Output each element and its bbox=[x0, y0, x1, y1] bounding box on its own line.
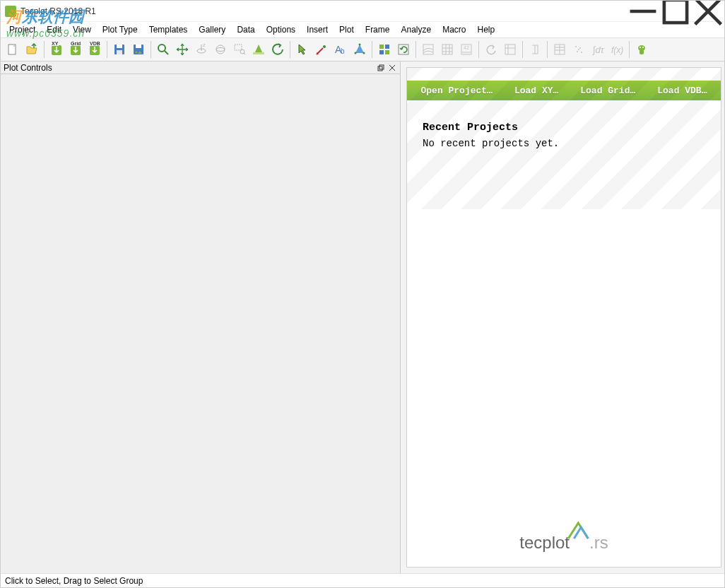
toolbar-separator bbox=[522, 41, 523, 58]
svg-point-62 bbox=[642, 47, 644, 48]
svg-point-18 bbox=[216, 45, 225, 54]
svg-rect-34 bbox=[385, 50, 389, 54]
logo-mark-icon bbox=[567, 520, 589, 540]
minimize-button[interactable] bbox=[627, 1, 659, 22]
statusbar: Click to Select, Drag to Select Group bbox=[1, 573, 724, 587]
load-xy-link[interactable]: Load XY… bbox=[514, 86, 558, 96]
svg-rect-63 bbox=[378, 66, 382, 71]
menu-options[interactable]: Options bbox=[261, 23, 301, 36]
svg-rect-64 bbox=[379, 65, 384, 69]
toggle-effects-button bbox=[526, 40, 544, 59]
panel-body bbox=[1, 74, 400, 573]
svg-point-29 bbox=[363, 52, 365, 54]
svg-point-54 bbox=[577, 51, 578, 52]
add-geometry-button[interactable] bbox=[350, 40, 369, 59]
save-image-button[interactable] bbox=[129, 40, 148, 59]
maximize-button[interactable] bbox=[659, 1, 692, 22]
menu-insert[interactable]: Insert bbox=[301, 23, 334, 36]
svg-point-53 bbox=[579, 47, 581, 49]
grid-details-button bbox=[438, 40, 456, 59]
toolbar-separator bbox=[629, 41, 630, 58]
svg-rect-37 bbox=[442, 45, 452, 54]
svg-point-30 bbox=[355, 52, 357, 54]
menu-data[interactable]: Data bbox=[231, 23, 260, 36]
toolbar-separator bbox=[290, 41, 290, 58]
svg-point-13 bbox=[136, 52, 138, 54]
add-text-button[interactable]: Ab bbox=[331, 40, 350, 59]
svg-point-55 bbox=[581, 52, 582, 53]
load-grid-link[interactable]: Load Grid… bbox=[580, 86, 635, 96]
panel-float-button[interactable] bbox=[376, 63, 386, 73]
svg-text:42: 42 bbox=[464, 45, 469, 50]
load-xy-button[interactable]: XY bbox=[47, 40, 66, 59]
status-text: Click to Select, Drag to Select Group bbox=[5, 576, 143, 586]
macro-play-button[interactable] bbox=[632, 40, 651, 59]
svg-rect-45 bbox=[505, 45, 515, 54]
menu-frame[interactable]: Frame bbox=[360, 23, 396, 36]
plot-options-button bbox=[501, 40, 519, 59]
svg-point-25 bbox=[323, 45, 326, 48]
close-button[interactable] bbox=[692, 1, 724, 22]
slice-tool-button[interactable] bbox=[249, 40, 268, 59]
svg-point-28 bbox=[359, 44, 361, 46]
open-project-button[interactable] bbox=[23, 40, 41, 59]
titlebar: Tecplot RS 2018 R1 bbox=[1, 1, 724, 22]
svg-text:f(x): f(x) bbox=[611, 45, 623, 55]
toolbar-separator bbox=[415, 41, 416, 58]
probe-tool-button[interactable] bbox=[312, 40, 331, 59]
last-view-button[interactable] bbox=[269, 40, 287, 59]
toolbar-separator bbox=[372, 41, 372, 58]
toolbar-separator bbox=[547, 41, 548, 58]
menu-project[interactable]: Project bbox=[4, 23, 41, 36]
menu-plot-type[interactable]: Plot Type bbox=[97, 23, 143, 36]
save-button[interactable] bbox=[110, 40, 129, 59]
svg-rect-33 bbox=[379, 50, 384, 54]
rubberband-zoom-button bbox=[230, 40, 249, 59]
load-vdb-link[interactable]: Load VDB… bbox=[657, 86, 707, 96]
svg-point-19 bbox=[216, 48, 225, 52]
menu-view[interactable]: View bbox=[67, 23, 97, 36]
svg-rect-31 bbox=[379, 45, 384, 49]
redraw-button[interactable] bbox=[394, 40, 413, 59]
selector-tool-button[interactable] bbox=[293, 40, 312, 59]
rotate-z-button: Z bbox=[192, 40, 211, 59]
zoom-button[interactable] bbox=[154, 40, 172, 59]
svg-text:Z: Z bbox=[203, 43, 206, 47]
svg-text:b: b bbox=[341, 47, 345, 55]
toolbar-separator bbox=[44, 41, 45, 58]
toolbar-separator bbox=[478, 41, 479, 58]
panel-close-button[interactable] bbox=[387, 63, 397, 73]
new-project-button[interactable] bbox=[4, 40, 22, 59]
menu-analyze[interactable]: Analyze bbox=[395, 23, 437, 36]
toolbar-separator bbox=[107, 41, 107, 58]
svg-rect-1 bbox=[664, 0, 687, 23]
menu-plot[interactable]: Plot bbox=[334, 23, 360, 36]
svg-rect-20 bbox=[235, 45, 242, 50]
open-project-link[interactable]: Open Project… bbox=[420, 86, 492, 96]
panel-title: Plot Controls bbox=[4, 63, 375, 73]
frame-layout-button[interactable] bbox=[375, 40, 394, 59]
scatter-details-button bbox=[570, 40, 588, 59]
load-grid-button[interactable]: Grid bbox=[66, 40, 85, 59]
menu-macro[interactable]: Macro bbox=[437, 23, 471, 36]
svg-point-52 bbox=[575, 46, 577, 47]
rotate-rollerball-button bbox=[211, 40, 230, 59]
menu-edit[interactable]: Edit bbox=[41, 23, 67, 36]
window-title: Tecplot RS 2018 R1 bbox=[20, 6, 627, 16]
menu-templates[interactable]: Templates bbox=[143, 23, 194, 36]
undo-button bbox=[482, 40, 500, 59]
contour-details-button bbox=[419, 40, 437, 59]
translate-button[interactable] bbox=[173, 40, 191, 59]
data-spreadsheet-button bbox=[550, 40, 569, 59]
load-vdb-button[interactable]: VDB bbox=[86, 40, 104, 59]
equation-button: f(x) bbox=[608, 40, 626, 59]
menu-gallery[interactable]: Gallery bbox=[193, 23, 231, 36]
app-icon bbox=[5, 6, 16, 17]
menu-help[interactable]: Help bbox=[472, 23, 501, 36]
svg-rect-60 bbox=[639, 49, 644, 54]
svg-rect-32 bbox=[385, 45, 389, 49]
welcome-area: Open Project… Load XY… Load Grid… Load V… bbox=[401, 61, 724, 573]
svg-line-15 bbox=[165, 51, 168, 54]
plot-controls-panel: Plot Controls bbox=[1, 61, 401, 573]
value-blanking-button: 42 bbox=[457, 40, 476, 59]
